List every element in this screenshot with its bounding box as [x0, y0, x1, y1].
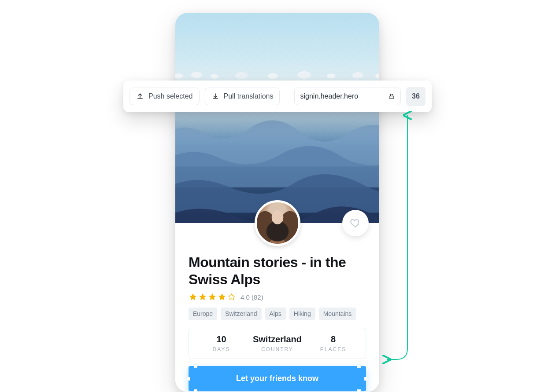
- selection-handle[interactable]: [357, 364, 361, 368]
- translation-toolbar: Push selected Pull translations signin.h…: [123, 81, 432, 112]
- selection-handle[interactable]: [357, 389, 361, 392]
- stat-days: 10 DAYS: [193, 334, 249, 352]
- stat-label: DAYS: [193, 346, 249, 352]
- rating-count: 82: [254, 293, 261, 301]
- stat-label: PLACES: [305, 346, 361, 352]
- star-outline-icon: [227, 293, 236, 301]
- selection-handle[interactable]: [364, 377, 368, 381]
- download-icon: [211, 92, 219, 100]
- stars: [189, 293, 236, 301]
- button-label: Push selected: [148, 92, 193, 100]
- key-input[interactable]: signin.header.hero: [294, 88, 401, 105]
- selection-handle[interactable]: [194, 364, 197, 368]
- star-icon: [198, 293, 207, 301]
- key-value: signin.header.hero: [300, 92, 358, 100]
- hero-image: [175, 13, 379, 223]
- rating-text: 4.0 (82): [240, 293, 263, 301]
- stat-country: Switzerland COUNTRY: [249, 334, 305, 352]
- tags: Europe Switzerland Alps Hiking Mountains: [189, 308, 366, 320]
- star-icon: [208, 293, 217, 301]
- count-value: 36: [412, 92, 420, 100]
- tag[interactable]: Mountains: [319, 308, 356, 320]
- star-icon: [218, 293, 226, 301]
- avatar[interactable]: [255, 200, 300, 246]
- stat-value: Switzerland: [249, 334, 305, 344]
- rating-row: 4.0 (82): [189, 293, 366, 301]
- cta-button[interactable]: Let your friends know: [189, 366, 366, 391]
- char-count-badge: 36: [406, 87, 426, 106]
- pull-translations-button[interactable]: Pull translations: [205, 88, 280, 105]
- stat-value: 8: [305, 334, 361, 344]
- cta-label: Let your friends know: [236, 374, 318, 383]
- selection-handle[interactable]: [194, 389, 197, 392]
- lock-open-icon: [388, 93, 395, 100]
- stat-value: 10: [193, 334, 249, 344]
- button-label: Pull translations: [224, 92, 274, 100]
- selection-handle[interactable]: [187, 377, 190, 381]
- push-selected-button[interactable]: Push selected: [130, 88, 200, 105]
- rating-value: 4.0: [240, 293, 250, 301]
- card-content: Mountain stories - in the Swiss Alps 4.0…: [175, 223, 379, 392]
- tag[interactable]: Switzerland: [221, 308, 261, 320]
- upload-icon: [136, 92, 144, 100]
- tag[interactable]: Alps: [265, 308, 286, 320]
- card-title: Mountain stories - in the Swiss Alps: [189, 254, 366, 288]
- divider: [287, 87, 287, 106]
- stat-places: 8 PLACES: [305, 334, 361, 352]
- heart-icon: [350, 217, 361, 229]
- mobile-mockup: Mountain stories - in the Swiss Alps 4.0…: [175, 13, 379, 392]
- tag[interactable]: Hiking: [289, 308, 315, 320]
- stats-panel: 10 DAYS Switzerland COUNTRY 8 PLACES: [189, 328, 366, 359]
- connector-arrow: [383, 111, 423, 366]
- star-icon: [189, 293, 197, 301]
- stat-label: COUNTRY: [249, 346, 305, 352]
- tag[interactable]: Europe: [189, 308, 217, 320]
- favorite-button[interactable]: [342, 210, 369, 236]
